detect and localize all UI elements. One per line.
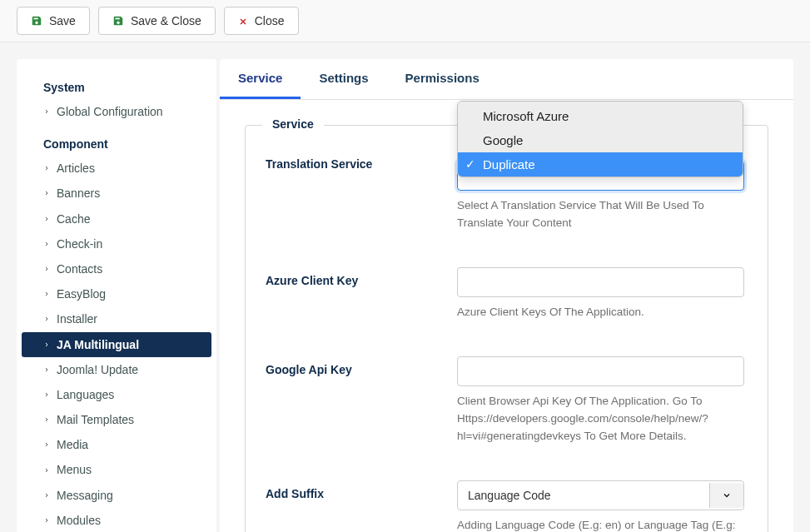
azure-key-row: Azure Client Key Azure Client Keys Of Th… xyxy=(266,267,748,321)
chevron-right-icon xyxy=(43,216,50,222)
chevron-right-icon xyxy=(43,467,50,474)
toolbar: Save Save & Close Close xyxy=(0,0,810,42)
sidebar-item-menus[interactable]: Menus xyxy=(17,457,216,482)
chevron-right-icon xyxy=(43,266,50,272)
sidebar-item-label: Articles xyxy=(57,161,95,176)
close-button-label: Close xyxy=(255,14,285,27)
chevron-right-icon xyxy=(43,366,50,373)
sidebar-item-articles[interactable]: Articles xyxy=(17,156,216,181)
sidebar-item-label: Cache xyxy=(57,211,90,226)
dropdown-option-duplicate[interactable]: Duplicate xyxy=(458,152,743,177)
sidebar-item-label: JA Multilingual xyxy=(57,337,139,352)
add-suffix-row: Add Suffix Language Code Adding Language… xyxy=(266,480,748,532)
sidebar-item-label: Languages xyxy=(57,387,114,402)
chevron-right-icon xyxy=(43,441,50,448)
chevron-right-icon xyxy=(43,190,50,196)
save-button-label: Save xyxy=(49,14,76,27)
sidebar-item-label: EasyBlog xyxy=(57,286,106,301)
close-button[interactable]: Close xyxy=(224,7,299,35)
fieldset-legend: Service xyxy=(262,117,324,131)
chevron-right-icon xyxy=(43,291,50,297)
tab-settings[interactable]: Settings xyxy=(301,59,386,99)
translation-service-dropdown[interactable]: Microsoft AzureGoogleDuplicate xyxy=(457,101,743,177)
sidebar-item-label: Contacts xyxy=(57,261,102,276)
sidebar-header-system: System xyxy=(17,76,216,99)
sidebar-item-label: Menus xyxy=(57,462,92,477)
chevron-right-icon xyxy=(43,316,50,322)
add-suffix-label: Add Suffix xyxy=(266,480,457,500)
sidebar-item-label: Modules xyxy=(57,513,101,528)
chevron-right-icon xyxy=(43,416,50,423)
translation-service-label: Translation Service xyxy=(266,151,457,171)
sidebar-header-component: Component xyxy=(17,132,216,156)
sidebar-item-joomla-update[interactable]: Joomla! Update xyxy=(17,357,216,382)
add-suffix-select[interactable]: Language Code xyxy=(457,480,744,510)
chevron-right-icon xyxy=(43,108,50,115)
sidebar-item-mail-templates[interactable]: Mail Templates xyxy=(17,407,216,432)
sidebar-item-label: Media xyxy=(57,437,88,452)
chevron-down-icon xyxy=(709,483,743,508)
sidebar-item-ja-multilingual[interactable]: JA Multilingual xyxy=(22,332,211,357)
tab-permissions[interactable]: Permissions xyxy=(387,59,498,99)
sidebar-item-banners[interactable]: Banners xyxy=(17,181,216,206)
chevron-right-icon xyxy=(43,391,50,398)
save-close-button[interactable]: Save & Close xyxy=(98,7,216,35)
azure-key-helper: Azure Client Keys Of The Application. xyxy=(457,304,744,321)
chevron-right-icon xyxy=(43,341,50,348)
main-panel: ServiceSettingsPermissions Service Trans… xyxy=(220,59,793,532)
google-key-helper: Client Browser Api Key Of The Applicatio… xyxy=(457,393,744,445)
sidebar-item-label: Banners xyxy=(57,186,100,201)
sidebar-item-label: Global Configuration xyxy=(57,104,163,119)
sidebar: System Global Configuration Component Ar… xyxy=(17,59,216,532)
google-key-input[interactable] xyxy=(457,356,744,386)
save-button[interactable]: Save xyxy=(17,7,90,35)
sidebar-item-label: Check-in xyxy=(57,236,102,251)
azure-key-input[interactable] xyxy=(457,267,744,297)
service-fieldset: Service Translation Service Select A Tra… xyxy=(245,125,768,532)
save-icon xyxy=(31,15,42,27)
dropdown-option-microsoft-azure[interactable]: Microsoft Azure xyxy=(458,104,743,128)
close-icon xyxy=(238,16,248,26)
add-suffix-helper: Adding Language Code (E.g: en) or Langua… xyxy=(457,517,744,532)
sidebar-item-media[interactable]: Media xyxy=(17,432,216,457)
translation-service-helper: Select A Translation Service That Will B… xyxy=(457,197,744,232)
add-suffix-selected: Language Code xyxy=(468,489,551,502)
sidebar-item-languages[interactable]: Languages xyxy=(17,382,216,407)
sidebar-item-cache[interactable]: Cache xyxy=(17,206,216,231)
sidebar-item-installer[interactable]: Installer xyxy=(17,306,216,331)
chevron-right-icon xyxy=(43,492,50,499)
sidebar-item-label: Mail Templates xyxy=(57,412,134,427)
sidebar-item-modules[interactable]: Modules xyxy=(17,508,216,532)
sidebar-item-easyblog[interactable]: EasyBlog xyxy=(17,281,216,306)
chevron-right-icon xyxy=(43,517,50,524)
save-icon xyxy=(112,15,124,27)
tabs: ServiceSettingsPermissions xyxy=(220,59,793,100)
sidebar-item-label: Messaging xyxy=(57,488,113,503)
azure-key-label: Azure Client Key xyxy=(266,267,457,287)
sidebar-item-label: Joomla! Update xyxy=(57,362,138,377)
dropdown-option-google[interactable]: Google xyxy=(458,128,743,152)
sidebar-item-system-global-configuration[interactable]: Global Configuration xyxy=(17,99,216,124)
save-close-button-label: Save & Close xyxy=(131,14,201,27)
sidebar-item-check-in[interactable]: Check-in xyxy=(17,231,216,256)
sidebar-item-messaging[interactable]: Messaging xyxy=(17,483,216,508)
sidebar-item-label: Installer xyxy=(57,311,97,326)
google-key-row: Google Api Key Client Browser Api Key Of… xyxy=(266,356,748,445)
sidebar-item-contacts[interactable]: Contacts xyxy=(17,256,216,281)
chevron-right-icon xyxy=(43,241,50,247)
google-key-label: Google Api Key xyxy=(266,356,457,376)
tab-service[interactable]: Service xyxy=(220,59,301,99)
translation-service-row: Translation Service Select A Translation… xyxy=(266,151,748,232)
chevron-right-icon xyxy=(43,165,50,172)
